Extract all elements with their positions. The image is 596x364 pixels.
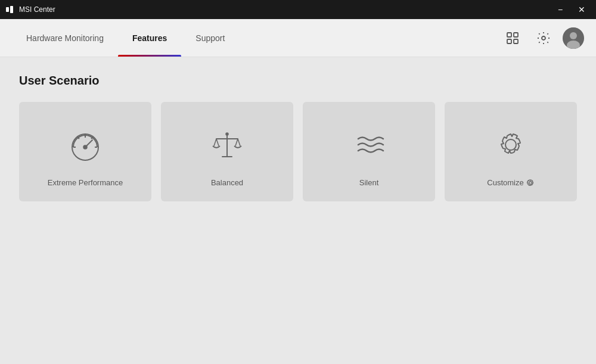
- app-title: MSI Center: [19, 5, 55, 14]
- app-icon: [5, 5, 14, 14]
- svg-rect-4: [507, 39, 511, 43]
- section-title: User Scenario: [19, 74, 577, 88]
- settings-button[interactable]: [532, 26, 555, 50]
- svg-rect-2: [507, 33, 511, 37]
- nav-right-actions: [501, 26, 584, 50]
- balanced-icon: [203, 121, 251, 169]
- tab-features[interactable]: Features: [118, 19, 181, 57]
- svg-point-17: [83, 145, 87, 149]
- scenario-card-extreme-performance[interactable]: Extreme Performance: [19, 102, 151, 201]
- svg-point-6: [542, 36, 545, 40]
- nav-tabs: Hardware Monitoring Features Support: [12, 19, 239, 57]
- svg-rect-0: [6, 7, 9, 12]
- svg-line-22: [216, 139, 219, 146]
- customize-icon: [487, 121, 535, 169]
- main-content: User Scenario E: [0, 57, 596, 364]
- silent-icon: [345, 121, 393, 169]
- svg-point-8: [570, 32, 577, 39]
- close-button[interactable]: ✕: [572, 0, 591, 19]
- window-controls: − ✕: [551, 0, 591, 19]
- customize-gear-icon: [526, 179, 535, 187]
- grid-icon: [505, 31, 520, 45]
- silent-label: Silent: [359, 178, 379, 187]
- scenario-card-customize[interactable]: Customize: [445, 102, 577, 201]
- avatar-icon: [563, 27, 584, 49]
- svg-line-21: [214, 139, 216, 146]
- tab-support[interactable]: Support: [181, 19, 239, 57]
- tab-hardware-monitoring[interactable]: Hardware Monitoring: [12, 19, 118, 57]
- extreme-performance-label: Extreme Performance: [48, 178, 123, 187]
- user-avatar-button[interactable]: [563, 27, 584, 49]
- scenario-card-silent[interactable]: Silent: [303, 102, 435, 201]
- svg-rect-5: [514, 39, 518, 43]
- svg-point-27: [529, 181, 532, 183]
- svg-line-23: [235, 139, 238, 146]
- svg-rect-3: [514, 33, 518, 37]
- scenario-card-balanced[interactable]: Balanced: [161, 102, 293, 201]
- balanced-label: Balanced: [211, 178, 243, 187]
- svg-point-26: [505, 139, 516, 150]
- settings-icon: [536, 31, 551, 45]
- title-bar-left: MSI Center: [5, 5, 55, 14]
- svg-point-20: [226, 133, 228, 135]
- nav-bar: Hardware Monitoring Features Support: [0, 19, 596, 57]
- minimize-button[interactable]: −: [551, 0, 570, 19]
- title-bar: MSI Center − ✕: [0, 0, 596, 19]
- customize-label: Customize: [487, 178, 534, 187]
- scenario-cards-grid: Extreme Performance: [19, 102, 577, 201]
- extreme-performance-icon: [61, 121, 109, 169]
- svg-rect-1: [10, 6, 13, 13]
- grid-view-button[interactable]: [501, 26, 524, 50]
- svg-line-24: [238, 139, 240, 146]
